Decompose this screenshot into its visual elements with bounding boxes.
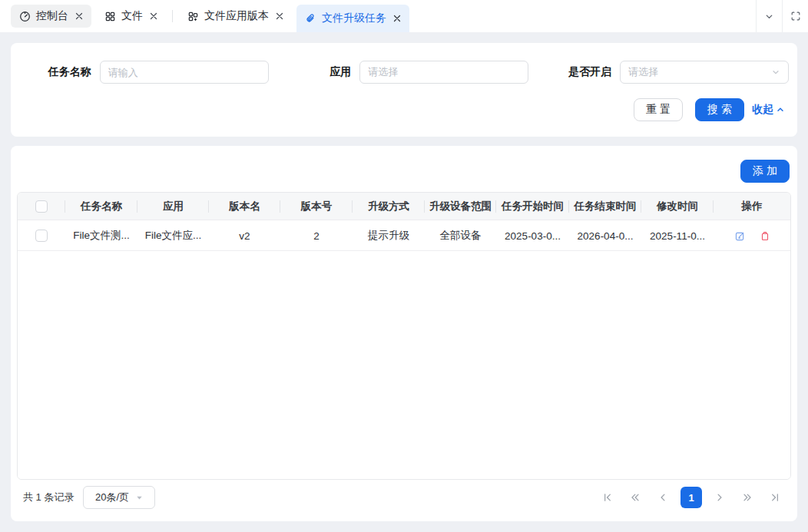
table-row[interactable]: File文件测... File文件应... v2 2 提示升级 全部设备 202… bbox=[18, 220, 790, 251]
cell-actions bbox=[714, 220, 790, 251]
fullscreen-button[interactable] bbox=[782, 0, 808, 32]
last-page-button[interactable] bbox=[765, 487, 785, 507]
cell-start-time: 2025-03-0... bbox=[496, 220, 569, 251]
filter-field-enabled: 是否开启 请选择 bbox=[531, 61, 791, 84]
column-header: 修改时间 bbox=[641, 193, 714, 220]
select-all-checkbox[interactable] bbox=[35, 200, 48, 213]
cell-device-scope: 全部设备 bbox=[425, 220, 496, 251]
cell-modified-time: 2025-11-0... bbox=[641, 220, 714, 251]
next-5-pages-button[interactable] bbox=[737, 487, 757, 507]
apps-icon bbox=[104, 11, 116, 22]
column-header: 版本名 bbox=[209, 193, 280, 220]
collapse-link[interactable]: 收起 bbox=[752, 103, 785, 117]
enabled-select[interactable]: 请选择 bbox=[620, 61, 789, 84]
pagination: 1 bbox=[598, 487, 785, 508]
chevron-up-icon bbox=[776, 105, 785, 114]
prev-5-pages-button[interactable] bbox=[625, 487, 645, 507]
table-footer: 共 1 条记录 20条/页 1 bbox=[17, 480, 791, 515]
app-label: 应用 bbox=[329, 65, 351, 79]
task-name-label: 任务名称 bbox=[48, 65, 91, 79]
edit-icon[interactable] bbox=[734, 230, 746, 242]
table-header: 任务名称 应用 版本名 版本号 升级方式 升级设备范围 任务开始时间 任务结束时… bbox=[18, 193, 790, 220]
cell-app: File文件应... bbox=[137, 220, 209, 251]
page-1-button[interactable]: 1 bbox=[681, 487, 702, 508]
close-icon[interactable] bbox=[75, 12, 83, 20]
tab-file-app-version[interactable]: 文件应用版本 bbox=[179, 5, 292, 28]
column-header: 任务名称 bbox=[65, 193, 137, 220]
enabled-label: 是否开启 bbox=[568, 65, 611, 79]
table-toolbar: 添 加 bbox=[17, 152, 791, 192]
enabled-select-placeholder: 请选择 bbox=[628, 65, 771, 79]
footer-left: 共 1 条记录 20条/页 bbox=[23, 486, 155, 509]
cell-version-name: v2 bbox=[209, 220, 280, 251]
column-header: 操作 bbox=[714, 193, 790, 220]
close-icon[interactable] bbox=[276, 12, 283, 20]
paperclip-icon bbox=[305, 13, 316, 25]
app-select[interactable]: 请选择 bbox=[359, 61, 528, 84]
close-icon[interactable] bbox=[150, 12, 157, 20]
column-header: 任务结束时间 bbox=[569, 193, 641, 220]
row-checkbox-cell bbox=[18, 220, 65, 251]
tab-divider bbox=[172, 10, 173, 22]
tab-file[interactable]: 文件 bbox=[96, 5, 166, 28]
tab-actions bbox=[756, 0, 808, 32]
cell-end-time: 2026-04-0... bbox=[569, 220, 641, 251]
filter-field-app: 应用 请选择 bbox=[271, 61, 531, 84]
page-size-value: 20条/页 bbox=[95, 491, 129, 504]
cell-upgrade-mode: 提示升级 bbox=[353, 220, 425, 251]
tab-label: 文件升级任务 bbox=[322, 12, 386, 25]
filter-panel: 任务名称 应用 请选择 是否开启 请选择 重 置 搜 bbox=[11, 43, 797, 137]
tab-file-upgrade-task[interactable]: 文件升级任务 bbox=[296, 5, 409, 32]
column-header: 升级设备范围 bbox=[425, 193, 496, 220]
tab-label: 控制台 bbox=[36, 9, 68, 23]
column-header: 升级方式 bbox=[353, 193, 425, 220]
filter-field-task-name: 任务名称 bbox=[11, 61, 271, 84]
cell-version-number: 2 bbox=[280, 220, 353, 251]
total-records: 共 1 条记录 bbox=[23, 491, 74, 504]
first-page-button[interactable] bbox=[598, 487, 618, 507]
task-name-input[interactable] bbox=[100, 61, 269, 84]
next-page-button[interactable] bbox=[710, 487, 730, 507]
tab-bar: 控制台 文件 文件应用版本 bbox=[0, 0, 808, 32]
reset-button[interactable]: 重 置 bbox=[634, 98, 683, 121]
table-panel: 添 加 任务名称 应用 版本名 版本号 升级方式 升级设备范围 任务开始时间 任… bbox=[11, 146, 797, 521]
search-button[interactable]: 搜 索 bbox=[695, 98, 744, 121]
dashboard-icon bbox=[19, 11, 31, 22]
apps-version-icon bbox=[187, 11, 199, 22]
tab-console[interactable]: 控制台 bbox=[11, 5, 91, 28]
data-table: 任务名称 应用 版本名 版本号 升级方式 升级设备范围 任务开始时间 任务结束时… bbox=[17, 192, 791, 480]
table-empty-body bbox=[18, 251, 790, 479]
caret-down-icon bbox=[135, 494, 144, 502]
column-header: 应用 bbox=[137, 193, 209, 220]
row-checkbox[interactable] bbox=[35, 230, 48, 242]
cell-task-name: File文件测... bbox=[65, 220, 137, 251]
filter-form: 任务名称 应用 请选择 是否开启 请选择 bbox=[11, 61, 791, 84]
column-header: 版本号 bbox=[280, 193, 353, 220]
collapse-label: 收起 bbox=[752, 103, 773, 117]
chevron-down-icon bbox=[771, 68, 780, 77]
delete-icon[interactable] bbox=[760, 230, 770, 242]
prev-page-button[interactable] bbox=[653, 487, 673, 507]
page-size-select[interactable]: 20条/页 bbox=[83, 486, 155, 509]
tab-label: 文件应用版本 bbox=[204, 9, 269, 23]
fullscreen-icon bbox=[790, 11, 801, 21]
app-select-placeholder: 请选择 bbox=[368, 65, 520, 79]
filter-actions: 重 置 搜 索 收起 bbox=[11, 98, 791, 121]
tab-label: 文件 bbox=[121, 9, 143, 23]
close-icon[interactable] bbox=[393, 15, 401, 22]
chevron-down-icon bbox=[764, 12, 774, 21]
tabs-dropdown-button[interactable] bbox=[756, 0, 782, 32]
page-content: 任务名称 应用 请选择 是否开启 请选择 重 置 搜 bbox=[0, 32, 808, 532]
header-checkbox-cell bbox=[18, 193, 65, 220]
column-header: 任务开始时间 bbox=[496, 193, 569, 220]
add-button[interactable]: 添 加 bbox=[740, 160, 790, 183]
